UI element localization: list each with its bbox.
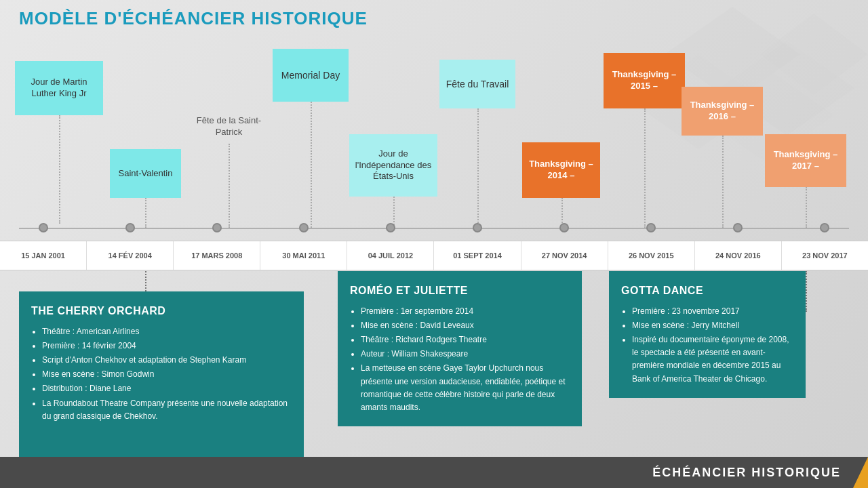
- main-container: MODÈLE D'ÉCHÉANCIER HISTORIQUE Jour de M…: [0, 0, 868, 488]
- node-dot-7: [646, 223, 656, 232]
- node-cell-4: [347, 223, 434, 232]
- event-thanksgiving-2017: Thanksgiving – 2017 –: [765, 134, 846, 187]
- date-cell-4: 04 JUIL 2012: [347, 241, 434, 270]
- card-romeo: ROMÉO ET JULIETTE Première : 1er septemb…: [338, 271, 582, 426]
- node-cell-2: [174, 223, 260, 232]
- card-cherry-item-0: Théâtre : American Airlines: [42, 325, 292, 338]
- card-romeo-list: Première : 1er septembre 2014 Mise en sc…: [350, 305, 570, 415]
- card-cherry-item-1: Première : 14 février 2004: [42, 340, 292, 352]
- event-mlk: Jour de Martin Luther King Jr: [15, 61, 103, 115]
- card-gotta-item-0: Première : 23 novembre 2017: [632, 305, 793, 318]
- card-gotta: GOTTA DANCE Première : 23 novembre 2017 …: [609, 271, 806, 398]
- card-gotta-list: Première : 23 novembre 2017 Mise en scèn…: [621, 305, 793, 386]
- card-cherry-orchard: THE CHERRY ORCHARD Théâtre : American Ai…: [19, 291, 304, 457]
- card-gotta-item-1: Mise en scène : Jerry Mitchell: [632, 319, 793, 332]
- node-cell-0: [0, 223, 87, 232]
- dotted-line-9: [806, 187, 807, 228]
- date-cell-0: 15 JAN 2001: [0, 241, 87, 270]
- node-dot-4: [386, 223, 395, 232]
- card-romeo-item-0: Première : 1er septembre 2014: [361, 305, 570, 318]
- date-row: 15 JAN 2001 14 FÉV 2004 17 MARS 2008 30 …: [0, 241, 868, 270]
- node-dot-9: [820, 223, 829, 232]
- node-dot-1: [125, 223, 135, 232]
- date-cell-1: 14 FÉV 2004: [87, 241, 174, 270]
- node-dot-6: [559, 223, 569, 232]
- card-romeo-item-1: Mise en scène : David Leveaux: [361, 319, 570, 332]
- node-cell-6: [521, 223, 608, 232]
- footer-title: ÉCHÉANCIER HISTORIQUE: [652, 466, 841, 480]
- event-saint-patrick: Fête de la Saint-Patrick: [193, 115, 264, 138]
- event-thanksgiving-2014: Thanksgiving – 2014 –: [522, 142, 600, 198]
- dotted-line-3: [311, 102, 312, 228]
- dotted-line-8: [722, 136, 724, 228]
- node-cell-1: [87, 223, 174, 232]
- page-title: MODÈLE D'ÉCHÉANCIER HISTORIQUE: [19, 8, 368, 29]
- card-gotta-item-2: Inspiré du documentaire éponyme de 2008,…: [632, 333, 793, 386]
- dotted-line-5: [477, 108, 479, 228]
- card-gotta-title: GOTTA DANCE: [621, 282, 793, 300]
- node-cell-7: [608, 223, 694, 232]
- card-cherry-item-4: Distribution : Diane Lane: [42, 382, 292, 395]
- footer-accent: [853, 457, 868, 488]
- node-dot-5: [473, 223, 482, 232]
- card-cherry-item-3: Mise en scène : Simon Godwin: [42, 368, 292, 381]
- date-cell-2: 17 MARS 2008: [174, 241, 260, 270]
- card-cherry-item-5: La Roundabout Theatre Company présente u…: [42, 397, 292, 423]
- date-cell-7: 26 NOV 2015: [608, 241, 695, 270]
- node-cell-5: [434, 223, 521, 232]
- dotted-line-0: [59, 115, 60, 224]
- node-dot-0: [39, 223, 48, 232]
- card-romeo-item-3: Auteur : William Shakespeare: [361, 348, 570, 361]
- card-cherry-item-2: Script d'Anton Chekhov et adaptation de …: [42, 354, 292, 367]
- card-romeo-title: ROMÉO ET JULIETTE: [350, 282, 570, 300]
- date-cell-8: 24 NOV 2016: [695, 241, 782, 270]
- node-dot-3: [299, 223, 309, 232]
- timeline-nodes: [0, 223, 868, 232]
- timeline-area: Jour de Martin Luther King Jr Saint-Vale…: [0, 27, 868, 237]
- card-cherry-title: THE CHERRY ORCHARD: [31, 302, 292, 320]
- date-cell-9: 23 NOV 2017: [782, 241, 868, 270]
- card-romeo-item-2: Théâtre : Richard Rodgers Theatre: [361, 333, 570, 346]
- dotted-line-2: [229, 144, 230, 228]
- card-cherry-list: Théâtre : American Airlines Première : 1…: [31, 325, 292, 423]
- date-cell-6: 27 NOV 2014: [521, 241, 608, 270]
- dotted-line-7: [644, 108, 646, 228]
- date-cell-5: 01 SEPT 2014: [434, 241, 521, 270]
- event-fete-travail: Fête du Travail: [439, 60, 515, 108]
- event-thanksgiving-2016: Thanksgiving – 2016 –: [682, 87, 763, 136]
- event-independence: Jour de l'Indépendance des États-Unis: [349, 134, 437, 197]
- node-cell-3: [260, 223, 347, 232]
- card-romeo-item-4: La metteuse en scène Gaye Taylor Upchurc…: [361, 362, 570, 414]
- event-thanksgiving-2015: Thanksgiving – 2015 –: [604, 53, 685, 108]
- bottom-section: THE CHERRY ORCHARD Théâtre : American Ai…: [0, 271, 868, 457]
- node-dot-2: [212, 223, 222, 232]
- node-dot-8: [733, 223, 743, 232]
- node-cell-9: [781, 223, 868, 232]
- event-memorial-day: Memorial Day: [273, 49, 349, 102]
- node-cell-8: [694, 223, 781, 232]
- footer: ÉCHÉANCIER HISTORIQUE: [0, 457, 868, 488]
- date-cell-3: 30 MAI 2011: [260, 241, 347, 270]
- event-saint-valentin: Saint-Valentin: [110, 149, 181, 198]
